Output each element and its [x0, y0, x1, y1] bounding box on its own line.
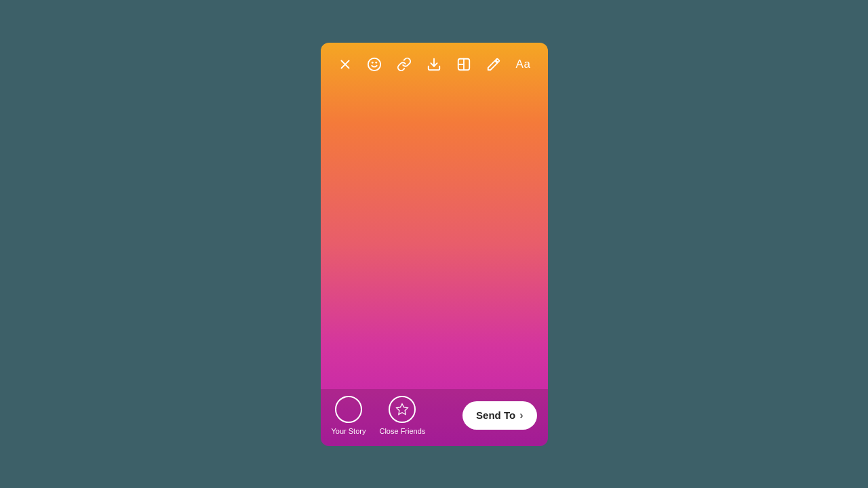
your-story-label: Your Story	[332, 427, 366, 435]
send-to-label: Send To	[476, 409, 515, 421]
send-to-button[interactable]: Send To ›	[462, 401, 536, 430]
emoji-button[interactable]	[363, 54, 385, 75]
close-button[interactable]	[334, 54, 356, 75]
close-friends-label: Close Friends	[379, 427, 425, 435]
svg-point-2	[368, 58, 380, 70]
text-button[interactable]: Aa	[512, 54, 534, 75]
star-icon	[395, 403, 409, 416]
svg-marker-7	[397, 403, 408, 414]
bottom-bar: Your Story Close Friends Send To ›	[321, 389, 548, 446]
chevron-right-icon: ›	[519, 409, 523, 422]
your-story-option[interactable]: Your Story	[332, 396, 366, 435]
your-story-circle	[335, 396, 362, 423]
link-button[interactable]	[393, 54, 415, 75]
sticker-button[interactable]	[453, 54, 475, 75]
share-options: Your Story Close Friends	[332, 396, 426, 435]
draw-button[interactable]	[483, 54, 505, 75]
story-canvas[interactable]	[321, 83, 548, 389]
download-button[interactable]	[423, 54, 445, 75]
close-friends-circle	[389, 396, 416, 423]
phone-frame: Aa Your Story Close Friends	[321, 43, 548, 446]
close-friends-option[interactable]: Close Friends	[379, 396, 425, 435]
top-toolbar: Aa	[321, 43, 548, 83]
